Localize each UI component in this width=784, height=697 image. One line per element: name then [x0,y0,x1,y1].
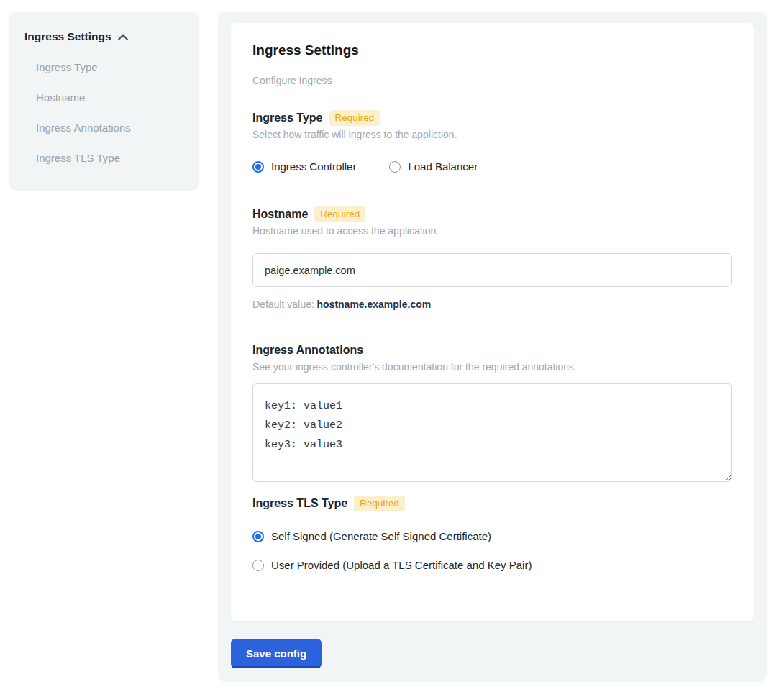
radio-unselected-icon [389,161,401,173]
required-badge: Required [329,110,380,126]
radio-self-signed[interactable]: Self Signed (Generate Self Signed Certif… [252,530,491,543]
ingress-type-section: Ingress Type Required Select how traffic… [252,110,732,173]
hostname-input[interactable] [252,253,732,287]
radio-unselected-icon [252,560,264,571]
ingress-annotations-section: Ingress Annotations See your ingress con… [252,342,732,482]
ingress-tls-type-section: Ingress TLS Type Required Self Signed (G… [252,496,732,572]
sidebar-item-hostname[interactable]: Hostname [36,92,182,104]
radio-selected-icon [252,161,264,173]
settings-sidebar: Ingress Settings Ingress Type Hostname I… [9,12,199,191]
required-badge: Required [314,206,365,222]
default-value-text: hostname.example.com [317,299,432,310]
radio-selected-icon [252,531,264,542]
ingress-type-description: Select how traffic will ingress to the a… [252,129,732,141]
sidebar-item-ingress-tls-type[interactable]: Ingress TLS Type [36,152,182,164]
chevron-up-icon [118,33,128,40]
sidebar-section-ingress-settings[interactable]: Ingress Settings [24,30,182,43]
hostname-description: Hostname used to access the application. [252,225,732,237]
sidebar-item-ingress-type[interactable]: Ingress Type [36,62,182,73]
tls-radio-group: Self Signed (Generate Self Signed Certif… [252,530,732,543]
save-config-button[interactable]: Save config [231,639,322,668]
radio-user-provided[interactable]: User Provided (Upload a TLS Certificate … [252,559,532,572]
ingress-type-label: Ingress Type [252,111,323,124]
radio-label: Ingress Controller [271,160,356,173]
ingress-annotations-label: Ingress Annotations [252,344,363,357]
radio-ingress-controller[interactable]: Ingress Controller [252,160,356,173]
card-subtitle: Configure Ingress [252,75,732,87]
ingress-annotations-description: See your ingress controller's documentat… [252,361,732,373]
ingress-tls-type-label: Ingress TLS Type [252,497,347,510]
required-badge: Required [354,496,405,511]
hostname-label: Hostname [252,208,308,221]
default-value-label: Default value: [252,299,317,310]
radio-label: User Provided (Upload a TLS Certificate … [271,559,532,572]
ingress-annotations-textarea[interactable]: key1: value1 key2: value2 key3: value3 [252,383,732,482]
ingress-settings-panel: Ingress Settings Configure Ingress Ingre… [218,12,767,682]
sidebar-section-title: Ingress Settings [24,30,111,43]
ingress-type-radio-group: Ingress Controller Load Balancer [252,160,732,173]
sidebar-item-ingress-annotations[interactable]: Ingress Annotations [36,122,182,134]
card-title: Ingress Settings [252,42,732,59]
radio-label: Load Balancer [408,160,478,173]
tls-radio-group-row2: User Provided (Upload a TLS Certificate … [252,559,732,572]
radio-load-balancer[interactable]: Load Balancer [389,160,478,173]
sidebar-item-list: Ingress Type Hostname Ingress Annotation… [24,62,182,164]
ingress-settings-card: Ingress Settings Configure Ingress Ingre… [231,23,754,621]
hostname-section: Hostname Required Hostname used to acces… [252,206,732,311]
hostname-default-line: Default value: hostname.example.com [252,299,732,311]
radio-label: Self Signed (Generate Self Signed Certif… [271,530,491,543]
